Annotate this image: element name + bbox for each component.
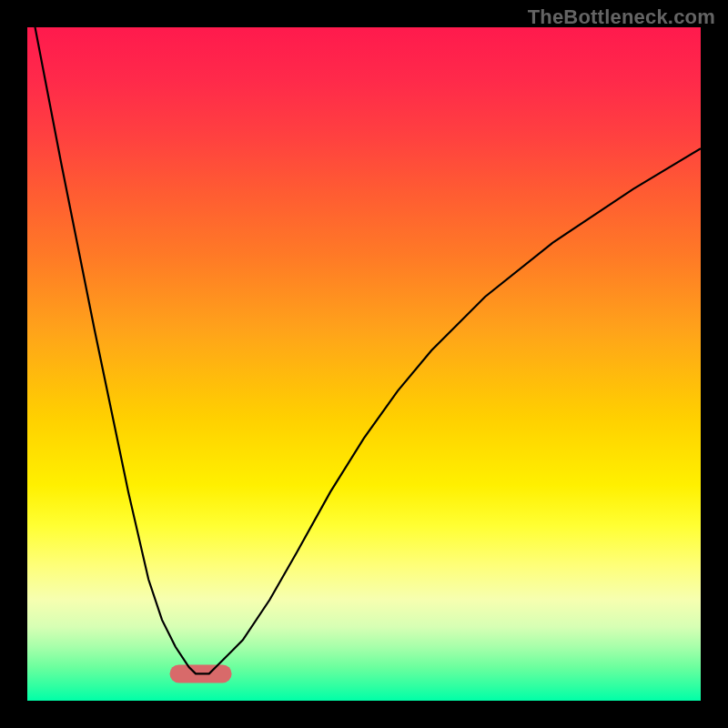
chart-frame: TheBottleneck.com — [0, 0, 728, 728]
bottleneck-curve — [27, 27, 701, 673]
watermark-label: TheBottleneck.com — [528, 5, 715, 29]
plot-area — [27, 27, 701, 701]
curve-layer — [27, 27, 701, 701]
